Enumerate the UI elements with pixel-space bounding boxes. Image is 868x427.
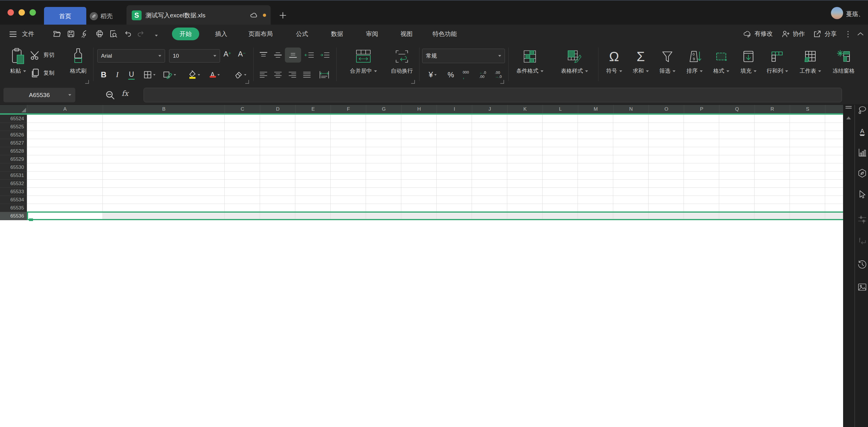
- row-header[interactable]: 65526: [0, 131, 27, 139]
- cell[interactable]: [331, 163, 366, 172]
- cell[interactable]: [790, 131, 825, 139]
- rows-columns-button[interactable]: 行和列: [763, 46, 792, 75]
- collapse-ribbon-icon[interactable]: [857, 31, 865, 38]
- cell[interactable]: [542, 163, 578, 172]
- minimize-window-button[interactable]: [19, 9, 25, 16]
- cell[interactable]: [578, 196, 613, 204]
- column-header[interactable]: E: [295, 105, 331, 113]
- cell[interactable]: [719, 180, 754, 188]
- tab-page-layout[interactable]: 页面布局: [248, 30, 273, 38]
- cell[interactable]: [295, 188, 331, 196]
- underline-button[interactable]: U: [125, 68, 138, 81]
- cell[interactable]: [103, 196, 225, 204]
- print-preview-icon[interactable]: [108, 29, 118, 39]
- format-button[interactable]: 格式: [709, 46, 734, 75]
- tab-insert[interactable]: 插入: [215, 30, 227, 38]
- cell[interactable]: [103, 131, 225, 139]
- cell[interactable]: [578, 155, 613, 163]
- cell[interactable]: [507, 163, 542, 172]
- bold-button[interactable]: B: [98, 68, 110, 81]
- cell[interactable]: [225, 123, 260, 131]
- cell[interactable]: [613, 196, 649, 204]
- chart-icon[interactable]: [857, 148, 867, 158]
- cell[interactable]: [790, 123, 825, 131]
- cell[interactable]: [790, 115, 825, 123]
- cell[interactable]: [542, 115, 578, 123]
- cell[interactable]: [225, 139, 260, 147]
- cell[interactable]: [260, 188, 295, 196]
- column-header[interactable]: F: [331, 105, 366, 113]
- adjust-sliders-icon[interactable]: [857, 214, 867, 224]
- cell[interactable]: [225, 115, 260, 123]
- cell[interactable]: [825, 123, 843, 131]
- cell[interactable]: [366, 115, 401, 123]
- font-group-expand[interactable]: [245, 80, 249, 84]
- cell[interactable]: [472, 131, 507, 139]
- wordart-icon[interactable]: A: [857, 126, 867, 137]
- cell[interactable]: [578, 115, 613, 123]
- cell[interactable]: [295, 139, 331, 147]
- cell[interactable]: [578, 139, 613, 147]
- cell[interactable]: [27, 131, 103, 139]
- cell[interactable]: [103, 123, 225, 131]
- fill-handle[interactable]: [29, 218, 33, 221]
- cell[interactable]: [578, 123, 613, 131]
- cell[interactable]: [542, 147, 578, 155]
- cell[interactable]: [366, 188, 401, 196]
- percent-format-button[interactable]: %: [444, 68, 458, 81]
- cell[interactable]: [225, 163, 260, 172]
- cell[interactable]: [366, 180, 401, 188]
- cell[interactable]: [27, 188, 103, 196]
- cell[interactable]: [401, 139, 437, 147]
- cell[interactable]: [331, 115, 366, 123]
- cell[interactable]: [684, 180, 719, 188]
- cell[interactable]: [331, 131, 366, 139]
- decrease-decimal-button[interactable]: ←.0.00: [475, 68, 491, 81]
- history-version-icon[interactable]: [857, 259, 867, 270]
- thousands-separator-button[interactable]: 000,: [458, 68, 474, 81]
- cell[interactable]: [790, 204, 825, 212]
- cell[interactable]: [684, 115, 719, 123]
- cell[interactable]: [790, 180, 825, 188]
- redo-icon[interactable]: [135, 29, 145, 39]
- cell[interactable]: [684, 147, 719, 155]
- cell[interactable]: [225, 147, 260, 155]
- font-name-combo[interactable]: Arial: [97, 49, 165, 63]
- number-format-combo[interactable]: 常规: [422, 49, 505, 63]
- lasso-select-icon[interactable]: [857, 105, 867, 115]
- cell[interactable]: [225, 188, 260, 196]
- cell[interactable]: [719, 123, 754, 131]
- cell[interactable]: [754, 155, 790, 163]
- cell[interactable]: [401, 196, 437, 204]
- cell[interactable]: [260, 131, 295, 139]
- worksheet-button[interactable]: 工作表: [796, 46, 825, 75]
- collaborate-button[interactable]: 协作: [781, 30, 805, 38]
- cell[interactable]: [225, 180, 260, 188]
- cell[interactable]: [295, 204, 331, 212]
- cell[interactable]: [295, 131, 331, 139]
- cell[interactable]: [684, 172, 719, 180]
- cell[interactable]: [401, 172, 437, 180]
- close-window-button[interactable]: [7, 9, 14, 16]
- cell[interactable]: [790, 163, 825, 172]
- flow-return-icon[interactable]: [857, 237, 867, 247]
- column-header[interactable]: A: [27, 105, 103, 113]
- cell[interactable]: [649, 163, 684, 172]
- split-handle-icon[interactable]: [845, 106, 852, 107]
- alignment-group-expand[interactable]: [411, 80, 415, 84]
- cell[interactable]: [295, 196, 331, 204]
- cell[interactable]: [366, 155, 401, 163]
- cell[interactable]: [331, 196, 366, 204]
- cell[interactable]: [366, 139, 401, 147]
- quickbar-customize-icon[interactable]: [153, 33, 158, 38]
- align-left-button[interactable]: [257, 68, 270, 81]
- cell[interactable]: [260, 196, 295, 204]
- cell[interactable]: [684, 204, 719, 212]
- copy-button[interactable]: 复制: [30, 65, 55, 81]
- new-tab-button[interactable]: [279, 11, 287, 21]
- cell[interactable]: [260, 155, 295, 163]
- cell[interactable]: [613, 204, 649, 212]
- filter-button[interactable]: 筛选: [655, 46, 680, 75]
- cell[interactable]: [472, 115, 507, 123]
- row-header[interactable]: 65532: [0, 180, 27, 188]
